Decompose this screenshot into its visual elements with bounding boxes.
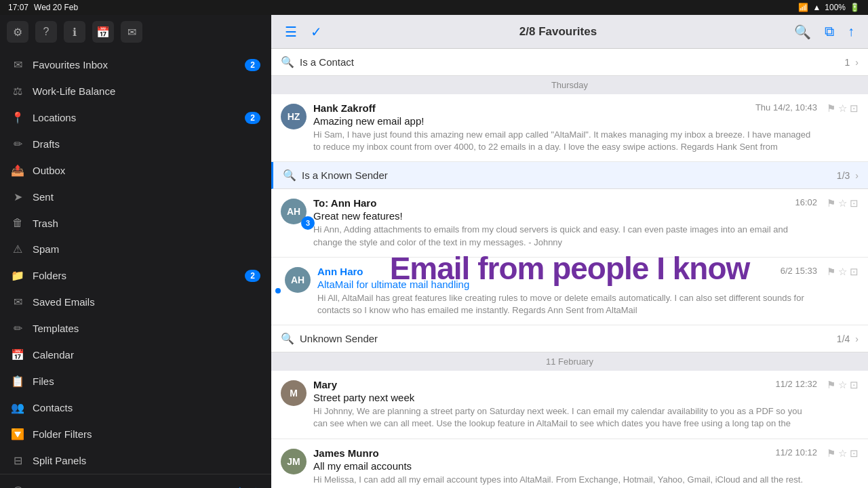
star-icon[interactable]: ☆ [838, 197, 847, 209]
folder-icon[interactable]: ⊡ [850, 102, 859, 115]
sidebar-item-label: Outbox [33, 165, 260, 176]
folder-icon[interactable]: ⊡ [850, 379, 859, 391]
sidebar-item-saved-emails[interactable]: ✉ Saved Emails [0, 289, 271, 315]
email-header-row: Mary 11/2 12:32 [313, 379, 817, 390]
email-item[interactable]: M Mary 11/2 12:32 Street party next week… [271, 371, 868, 439]
split-panels-icon: ⊟ [11, 454, 24, 467]
calendar-toolbar-icon[interactable]: 📅 [92, 21, 114, 43]
sidebar-item-drafts[interactable]: ✏ Drafts [0, 131, 271, 157]
wifi-icon: 📶 [798, 3, 808, 12]
email-actions: ⚑ ☆ ⊡ [827, 447, 859, 489]
chevron-right-icon: › [855, 170, 859, 181]
flag-icon[interactable]: ⚑ [827, 197, 835, 209]
folder-icon[interactable]: ⊡ [850, 197, 859, 209]
check-icon[interactable]: ✓ [308, 21, 325, 43]
saved-emails-icon: ✉ [11, 296, 24, 308]
email-item[interactable]: HZ Hank Zakroff Thu 14/2, 10:43 Amazing … [271, 94, 868, 162]
email-preview: Hi Sam, I have just found this amazing n… [313, 129, 817, 153]
files-icon: 📋 [11, 375, 24, 388]
sidebar-item-trash[interactable]: 🗑 Trash [0, 210, 271, 236]
search-icon[interactable]: 🔍 [791, 21, 814, 43]
star-icon[interactable]: ☆ [838, 447, 847, 460]
email-preview: Hi All, AltaMail has great features like… [317, 292, 817, 317]
inbox-icon: ✉ [11, 58, 24, 71]
folder-filters-icon: 🔽 [11, 428, 24, 441]
email-item[interactable]: AH To: Ann Haro 16:02 Great new features… [271, 189, 868, 257]
menu-icon[interactable]: ☰ [282, 21, 300, 43]
folder-icon[interactable]: ⊡ [850, 266, 859, 278]
folder-icon[interactable]: ⊡ [850, 447, 859, 460]
status-time: 17:07 [8, 3, 28, 12]
add-account-button[interactable]: + [236, 484, 243, 488]
sidebar-item-label: Folder Filters [33, 428, 260, 440]
avatar: M [281, 380, 307, 406]
sidebar-item-folders[interactable]: 📁 Folders 2 [0, 262, 271, 289]
flag-icon[interactable]: ⚑ [827, 447, 835, 460]
sidebar-item-favourites-inbox[interactable]: ✉ Favourites Inbox 2 [0, 52, 271, 78]
flag-icon[interactable]: ⚑ [827, 379, 835, 391]
filter-is-a-known-sender[interactable]: 🔍 Is a Known Sender 1/3 › [271, 162, 868, 189]
sidebar-nav: ✉ Favourites Inbox 2 ⚖ Work-Life Balance… [0, 49, 271, 488]
star-icon[interactable]: ☆ [838, 379, 847, 391]
info-toolbar-icon[interactable]: ℹ [64, 21, 85, 43]
sidebar-item-templates[interactable]: ✏ Templates [0, 315, 271, 342]
gear-toolbar-icon[interactable]: ⚙ [7, 21, 28, 43]
sidebar-item-files[interactable]: 📋 Files [0, 368, 271, 394]
email-preview: Hi Melissa, I can add all my email accou… [313, 474, 817, 489]
sender-name: Ann Haro [317, 266, 363, 277]
sidebar-item-label: Files [33, 375, 260, 387]
avatar: AH [285, 267, 311, 293]
filter-label: Is a Contact [300, 56, 840, 68]
email-item[interactable]: JM James Munro 11/2 10:12 All my email a… [271, 439, 868, 489]
accounts-section: @ Accounts + ⚙ Business ⚙ Personal ⚙ [0, 474, 271, 488]
accounts-header[interactable]: @ Accounts + ⚙ [0, 477, 271, 488]
sidebar-item-work-life-balance[interactable]: ⚖ Work-Life Balance [0, 78, 271, 104]
email-list-container: 🔍 Is a Contact 1 › Thursday HZ Hank Zakr… [271, 49, 868, 488]
filter-search-icon: 🔍 [281, 56, 294, 68]
email-preview: Hi Ann, Adding attachments to emails fro… [313, 224, 817, 248]
sidebar: ⚙ ? ℹ 📅 ✉ ✉ Favourites Inbox 2 ⚖ Work-Li… [0, 15, 271, 488]
sidebar-item-split-panels[interactable]: ⊟ Split Panels [0, 447, 271, 474]
sidebar-item-spam[interactable]: ⚠ Spam [0, 236, 271, 262]
email-header-row: Hank Zakroff Thu 14/2, 10:43 [313, 102, 817, 114]
unread-dot [275, 288, 281, 293]
mail-toolbar-icon[interactable]: ✉ [121, 21, 142, 43]
share-icon[interactable]: ↑ [845, 21, 857, 42]
sidebar-item-label: Sent [33, 191, 260, 203]
sidebar-item-folder-filters[interactable]: 🔽 Folder Filters [0, 421, 271, 447]
email-subject: Great new features! [313, 210, 817, 222]
sidebar-item-label: Drafts [33, 138, 260, 150]
star-icon[interactable]: ☆ [838, 266, 847, 278]
filter-search-icon: 🔍 [283, 169, 296, 182]
status-left: 17:07 Wed 20 Feb [8, 3, 78, 12]
filter-unknown-sender[interactable]: 🔍 Unknown Sender 1/4 › [271, 325, 868, 352]
email-actions: ⚑ ☆ ⊡ [827, 266, 859, 317]
email-subject: Street party next week [313, 392, 817, 403]
calendar-icon: 📅 [11, 348, 24, 361]
sidebar-item-label: Spam [33, 243, 260, 255]
email-body: Mary 11/2 12:32 Street party next week H… [313, 379, 817, 430]
sidebar-item-outbox[interactable]: 📤 Outbox [0, 157, 271, 184]
email-actions: ⚑ ☆ ⊡ [827, 197, 859, 248]
sidebar-item-label: Folders [33, 270, 237, 281]
sidebar-item-contacts[interactable]: 👥 Contacts [0, 394, 271, 421]
email-item[interactable]: AH Ann Haro 6/2 15:33 AltaMail for ultim… [271, 258, 868, 325]
sidebar-item-calendar[interactable]: 📅 Calendar [0, 342, 271, 368]
filter-is-a-contact[interactable]: 🔍 Is a Contact 1 › [271, 49, 868, 76]
section-thursday: Thursday [271, 76, 868, 94]
help-toolbar-icon[interactable]: ? [35, 21, 57, 43]
main-toolbar: ☰ ✓ 2/8 Favourites 🔍 ⧉ ↑ [271, 15, 868, 49]
accounts-gear-icon[interactable]: ⚙ [252, 486, 260, 489]
flag-icon[interactable]: ⚑ [827, 266, 835, 278]
copy-icon[interactable]: ⧉ [822, 21, 837, 42]
sidebar-item-sent[interactable]: ➤ Sent [0, 184, 271, 210]
email-actions: ⚑ ☆ ⊡ [827, 379, 859, 430]
section-feb11: 11 February [271, 352, 868, 371]
email-body: Ann Haro 6/2 15:33 AltaMail for ultimate… [317, 266, 817, 317]
sidebar-item-locations[interactable]: 📍 Locations 2 [0, 104, 271, 131]
status-right: 📶 ▲ 100% 🔋 [798, 3, 860, 12]
flag-icon[interactable]: ⚑ [827, 102, 835, 115]
star-icon[interactable]: ☆ [838, 102, 847, 115]
email-time: 6/2 15:33 [781, 266, 817, 276]
sidebar-item-label: Saved Emails [33, 296, 260, 308]
